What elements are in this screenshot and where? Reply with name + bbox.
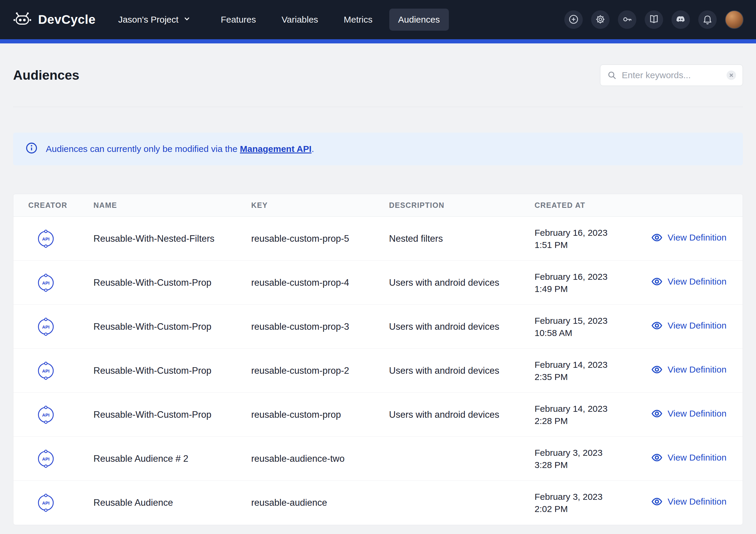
api-badge-label: API — [42, 324, 50, 329]
api-creator-icon: API — [37, 449, 55, 468]
table-row: API Reusable-With-Custom-Prop reusable-c… — [14, 261, 742, 305]
search-input[interactable] — [622, 70, 720, 80]
audience-key: reusable-audience-two — [251, 453, 389, 464]
action-cell: View Definition — [651, 276, 732, 290]
nav-item-variables[interactable]: Variables — [273, 9, 327, 31]
api-badge-label: API — [42, 368, 50, 373]
audience-name: Reusable-With-Custom-Prop — [94, 277, 251, 288]
table-row: API Reusable-With-Custom-Prop reusable-c… — [14, 349, 742, 393]
creator-cell: API — [28, 230, 94, 248]
table-row: API Reusable Audience reusable-audience … — [14, 481, 742, 525]
view-definition-link[interactable]: View Definition — [651, 276, 727, 288]
key-icon — [622, 14, 633, 26]
nav-item-features[interactable]: Features — [212, 9, 265, 31]
brand-name: DevCycle — [38, 13, 95, 27]
project-selector[interactable]: Jason's Project — [115, 10, 194, 30]
create-button[interactable] — [564, 11, 583, 29]
devcycle-robot-icon — [13, 10, 32, 29]
navbar-actions — [564, 11, 743, 29]
created-time: 2:35 PM — [534, 371, 651, 383]
audience-created-at: February 15, 2023 10:58 AM — [534, 315, 651, 339]
view-definition-label: View Definition — [668, 452, 727, 463]
action-cell: View Definition — [651, 452, 732, 466]
audience-description: Users with android devices — [389, 321, 534, 332]
audience-key: reusable-custom-prop-4 — [251, 277, 389, 288]
view-definition-link[interactable]: View Definition — [651, 496, 727, 508]
settings-button[interactable] — [591, 11, 609, 29]
main-nav: Features Variables Metrics Audiences — [212, 9, 449, 31]
brand-logo[interactable]: DevCycle — [13, 10, 95, 29]
api-creator-icon: API — [37, 494, 55, 512]
audience-key: reusable-custom-prop-5 — [251, 233, 389, 244]
api-creator-icon: API — [37, 318, 55, 336]
creator-cell: API — [28, 362, 94, 380]
created-date: February 14, 2023 — [534, 403, 651, 415]
discord-button[interactable] — [671, 11, 690, 29]
eye-icon — [651, 364, 663, 375]
docs-book-icon — [649, 14, 659, 26]
audience-created-at: February 16, 2023 1:49 PM — [534, 270, 651, 295]
banner-text: Audiences can currently only be modified… — [46, 144, 314, 154]
audience-description: Nested filters — [389, 233, 534, 244]
view-definition-link[interactable]: View Definition — [651, 452, 727, 464]
view-definition-label: View Definition — [668, 365, 727, 375]
discord-icon — [675, 14, 686, 26]
accent-bar — [0, 39, 756, 43]
view-definition-link[interactable]: View Definition — [651, 232, 727, 243]
clear-search-button[interactable] — [725, 69, 737, 81]
api-badge-label: API — [42, 456, 50, 461]
column-header-created-at: CREATED AT — [534, 201, 651, 210]
api-badge-label: API — [42, 280, 50, 285]
audiences-table: CREATOR NAME KEY DESCRIPTION CREATED AT … — [13, 194, 743, 525]
api-keys-button[interactable] — [618, 11, 636, 29]
created-date: February 15, 2023 — [534, 315, 651, 327]
view-definition-link[interactable]: View Definition — [651, 319, 727, 332]
view-definition-link[interactable]: View Definition — [651, 408, 727, 420]
table-row: API Reusable-With-Custom-Prop reusable-c… — [14, 305, 742, 349]
page-header: Audiences — [13, 43, 743, 107]
created-date: February 3, 2023 — [534, 491, 651, 503]
audience-description: Users with android devices — [389, 409, 534, 420]
bell-icon — [702, 14, 713, 26]
audience-description: Users with android devices — [389, 366, 534, 376]
info-banner: Audiences can currently only be modified… — [13, 133, 743, 165]
created-time: 1:51 PM — [534, 239, 651, 251]
audience-description: Users with android devices — [389, 277, 534, 288]
eye-icon — [651, 452, 663, 464]
created-time: 2:28 PM — [534, 415, 651, 427]
view-definition-label: View Definition — [668, 276, 727, 287]
api-creator-icon: API — [37, 406, 55, 424]
nav-item-metrics[interactable]: Metrics — [335, 9, 382, 31]
created-time: 3:28 PM — [534, 459, 651, 471]
management-api-link[interactable]: Management API — [240, 144, 311, 154]
search-box — [600, 64, 743, 86]
banner-text-after: . — [311, 144, 314, 154]
chevron-down-icon — [183, 14, 191, 25]
audience-name: Reusable Audience # 2 — [94, 453, 251, 464]
created-date: February 16, 2023 — [534, 227, 651, 239]
docs-button[interactable] — [645, 11, 663, 29]
page-content: Audiences A — [0, 43, 756, 525]
created-time: 2:02 PM — [534, 503, 651, 515]
audience-name: Reusable-With-Nested-Filters — [94, 233, 251, 244]
created-time: 1:49 PM — [534, 283, 651, 295]
avatar[interactable] — [725, 11, 743, 29]
created-date: February 3, 2023 — [534, 446, 651, 459]
table-body: API Reusable-With-Nested-Filters reusabl… — [14, 217, 742, 525]
column-header-creator: CREATOR — [28, 201, 94, 210]
view-definition-link[interactable]: View Definition — [651, 364, 727, 375]
created-time: 10:58 AM — [534, 327, 651, 339]
eye-icon — [651, 496, 663, 508]
creator-cell: API — [28, 273, 94, 292]
nav-item-audiences[interactable]: Audiences — [389, 9, 449, 31]
api-creator-icon: API — [37, 362, 55, 380]
api-creator-icon: API — [37, 273, 55, 292]
action-cell: View Definition — [651, 232, 732, 246]
api-badge-label: API — [42, 412, 50, 417]
action-cell: View Definition — [651, 319, 732, 334]
gear-icon — [595, 14, 606, 26]
notifications-button[interactable] — [698, 11, 717, 29]
info-icon — [25, 141, 38, 157]
project-selector-label: Jason's Project — [118, 14, 178, 25]
table-header: CREATOR NAME KEY DESCRIPTION CREATED AT — [14, 194, 742, 217]
